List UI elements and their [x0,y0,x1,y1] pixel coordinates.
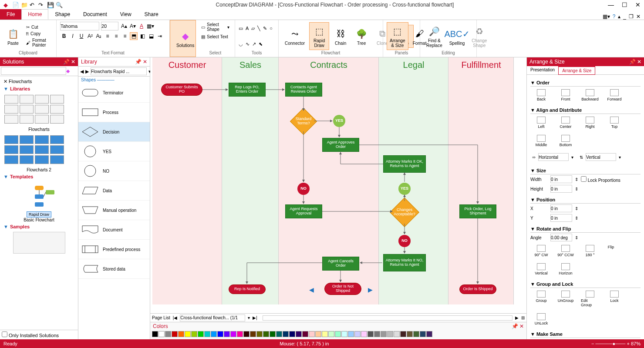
shrink-font-icon[interactable]: A▾ [129,22,137,30]
lib-stored-data[interactable]: Stored data [78,259,150,279]
tree-flowcharts[interactable]: ✕ Flowcharts [2,78,76,85]
solutions-button[interactable]: ◆Solutions [174,27,197,50]
tab-share[interactable]: Share [138,9,165,20]
color-swatch[interactable] [315,331,321,337]
help-icon[interactable]: ? [613,13,616,20]
lib-terminator[interactable]: Terminator [78,83,150,103]
color-swatch[interactable] [198,331,204,337]
color-swatch[interactable] [413,331,419,337]
align-bottom[interactable]: Bottom [556,135,575,147]
align-top[interactable]: Top [605,117,624,129]
rotate-180[interactable]: 180 ° [581,245,599,257]
tool-arc-icon[interactable]: ◡ [239,41,243,47]
ungroup-button[interactable]: UnGroup [556,291,575,307]
color-swatch[interactable] [374,331,380,337]
tool-text-icon[interactable]: A [246,26,249,31]
color-swatches[interactable] [150,330,526,338]
tree-libraries[interactable]: ▼Libraries [2,85,76,92]
tab-document[interactable]: Document [77,9,114,20]
font-color-icon[interactable]: A [138,22,145,30]
tree-button[interactable]: 🌳Tree [352,25,371,47]
color-swatch[interactable] [328,331,334,337]
find-replace-button[interactable]: 🔎Find & Replace [424,23,445,50]
pos-x-input[interactable] [550,204,572,212]
color-swatch[interactable] [420,331,426,337]
size-width-input[interactable] [550,175,572,183]
only-installed-checkbox[interactable]: Only Installed Solutions [2,333,59,338]
node-approves[interactable]: Agent Approves Order [322,138,359,152]
font-select[interactable] [60,22,99,30]
node-shipped[interactable]: Order Is Shipped [459,284,496,294]
node-no2[interactable]: NO [398,235,411,247]
group-button[interactable]: Group [532,291,550,307]
preview-icon[interactable]: 🔍 [56,2,62,8]
page-name-input[interactable] [180,315,245,321]
color-swatch[interactable] [407,331,413,337]
color-swatch[interactable] [230,331,236,337]
redo-icon[interactable]: ↷ [38,2,44,8]
undo-icon[interactable]: ↶ [30,2,36,8]
color-swatch[interactable] [185,331,191,337]
paste-button[interactable]: 📋Paste [3,25,23,47]
underline-icon[interactable]: U [78,32,85,40]
tab-shape[interactable]: Shape [48,9,77,20]
rapid-draw-right-arrow[interactable]: ▶ [368,286,373,293]
edit-group-button[interactable]: Edit Group [581,291,599,307]
align-middle[interactable]: Middle [532,135,550,147]
valign-bottom-icon[interactable]: ⬓ [147,32,155,40]
sample-thumb[interactable] [13,232,65,254]
maximize-icon[interactable]: ☐ [622,1,627,8]
align-left[interactable]: Left [532,117,550,129]
tool-pencil-icon[interactable]: ✎ [263,26,267,31]
new-icon[interactable]: 📄 [12,2,18,8]
order-back[interactable]: Back [532,89,550,101]
connector-button[interactable]: ⤳Connector [282,25,307,47]
color-swatch[interactable] [387,331,393,337]
color-swatch[interactable] [368,331,374,337]
lib-yes[interactable]: YES [78,142,150,161]
node-reviews[interactable]: Contacts Agent Reviews Order [285,83,322,97]
color-swatch[interactable] [381,331,387,337]
ribbon-min-icon[interactable]: _ [623,13,626,20]
superscript-icon[interactable]: A² [86,32,94,40]
tree-templates[interactable]: ▼Templates [2,173,76,180]
color-swatch[interactable] [302,331,308,337]
indent-icon[interactable]: ⇥ [156,32,164,40]
align-right-icon[interactable]: ≡ [121,32,129,40]
color-swatch[interactable] [152,331,158,337]
rapid-draw-button[interactable]: ⬚Rapid Draw [309,22,329,50]
lib-manual-op[interactable]: Manual operation [78,201,150,220]
lock-button[interactable]: Lock [605,291,624,307]
solutions-settings-icon[interactable]: ◆ [66,68,70,74]
lib-no[interactable]: NO [78,161,150,181]
page-last-icon[interactable]: ▶| [253,315,257,320]
ribbon-close-icon[interactable]: ✕ [636,13,641,20]
node-yes1[interactable]: YES [333,115,345,127]
tool-rect-icon[interactable]: ▭ [239,26,243,31]
color-swatch[interactable] [191,331,197,337]
lock-proportions[interactable]: Lock Proportions [581,176,620,183]
valign-top-icon[interactable]: ⬒ [130,32,138,40]
page-fit-icon[interactable]: ⊞ [521,315,525,320]
node-customer-submits[interactable]: Customer Submits PO [161,84,202,96]
distribute-horiz[interactable] [538,153,569,161]
node-pick-order[interactable]: Pick Order, Log Shipment [459,204,496,218]
cut-button[interactable]: ✂ Cut [24,24,53,30]
color-swatch[interactable] [217,331,223,337]
page-first-icon[interactable]: |◀ [173,315,178,320]
tab-presentation[interactable]: Presentation [527,66,558,74]
unlock-button[interactable]: UnLock [532,313,550,325]
rotate-cw[interactable]: 90° CW [532,245,550,257]
color-swatch[interactable] [341,331,347,337]
font-size-select[interactable] [101,22,118,30]
highlight-icon[interactable]: ▦▾ [146,22,154,30]
color-swatch[interactable] [309,331,315,337]
color-swatch[interactable] [348,331,354,337]
bold-icon[interactable]: B [60,32,68,40]
tool-curve-icon[interactable]: ∿ [246,41,250,47]
node-atty-ok[interactable]: Attorney Marks It OK, Returns to Agent [383,155,426,173]
scroll-right-icon[interactable]: ▶ [515,315,519,320]
hscroll[interactable] [263,315,513,321]
tool-polygon-icon[interactable]: ▱ [251,26,255,31]
save-icon[interactable]: 💾 [47,2,53,8]
